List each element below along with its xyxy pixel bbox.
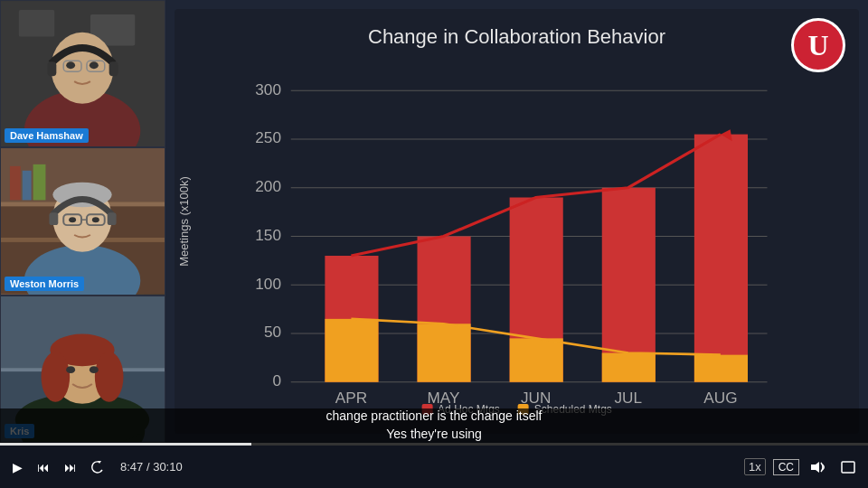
svg-rect-16 (10, 166, 21, 201)
svg-rect-72 (842, 462, 854, 473)
dave-name-badge: Dave Hamshaw (5, 128, 89, 143)
skip-fwd-button[interactable]: ⏭ (61, 458, 80, 476)
svg-rect-23 (108, 213, 117, 226)
svg-rect-3 (19, 10, 55, 37)
svg-rect-18 (33, 164, 46, 201)
svg-text:200: 200 (255, 177, 281, 195)
participant-weston: Weston Morris (0, 147, 165, 295)
svg-rect-58 (694, 135, 748, 382)
svg-point-36 (42, 352, 71, 401)
participant-panel: Dave Hamshaw (0, 0, 165, 443)
subtitle-line1: change practitioner is the change itself (326, 408, 542, 426)
svg-text:50: 50 (264, 323, 281, 341)
y-axis-label: Meetings (x100k) (177, 176, 191, 267)
subtitle-area: change practitioner is the change itself… (0, 408, 868, 443)
svg-text:300: 300 (255, 80, 281, 99)
controls-row: ▶ ⏮ ⏭ 8:47 / 30:10 1x CC (0, 446, 868, 488)
svg-marker-71 (811, 462, 819, 473)
svg-rect-17 (23, 171, 32, 201)
svg-rect-22 (49, 213, 58, 226)
svg-text:0: 0 (272, 371, 281, 389)
weston-name-badge: Weston Morris (5, 277, 84, 291)
volume-button[interactable] (807, 459, 830, 475)
svg-rect-62 (602, 353, 656, 382)
slide-container: U Change in Collaboration Behavior Meeti… (175, 9, 859, 434)
time-display: 8:47 / 30:10 (120, 460, 183, 474)
svg-text:JUL: JUL (614, 389, 642, 407)
svg-rect-63 (694, 355, 748, 382)
svg-point-28 (92, 218, 99, 223)
subtitle-line2: Yes they're using (386, 426, 482, 444)
svg-rect-6 (47, 61, 56, 76)
svg-rect-60 (418, 324, 471, 382)
skip-back-button[interactable]: ⏮ (33, 458, 53, 476)
svg-text:250: 250 (255, 128, 281, 146)
fullscreen-button[interactable] (837, 459, 859, 475)
svg-point-8 (66, 61, 75, 69)
svg-point-27 (69, 218, 76, 223)
svg-rect-61 (510, 338, 563, 381)
svg-text:100: 100 (255, 275, 281, 293)
chart-title: Change in Collaboration Behavior (368, 25, 665, 49)
svg-rect-7 (109, 61, 118, 76)
svg-text:150: 150 (255, 226, 281, 244)
main-slide-area: U Change in Collaboration Behavior Meeti… (165, 0, 868, 443)
svg-text:AUG: AUG (703, 389, 737, 407)
svg-point-39 (90, 366, 99, 373)
university-logo: U (791, 18, 845, 72)
rewind-button[interactable] (88, 458, 109, 476)
svg-point-38 (66, 366, 75, 373)
svg-point-37 (95, 352, 124, 401)
cc-button[interactable]: CC (773, 459, 799, 475)
svg-rect-59 (325, 319, 378, 382)
play-button[interactable]: ▶ (9, 458, 26, 476)
speed-badge[interactable]: 1x (744, 458, 766, 475)
svg-text:APR: APR (335, 389, 367, 407)
svg-point-9 (90, 61, 99, 69)
bottom-bar: ▶ ⏮ ⏭ 8:47 / 30:10 1x CC (0, 443, 868, 488)
chart-svg: 0 50 100 150 200 250 300 (242, 61, 787, 411)
participant-dave: Dave Hamshaw (0, 0, 165, 147)
right-controls: 1x CC (744, 458, 859, 475)
